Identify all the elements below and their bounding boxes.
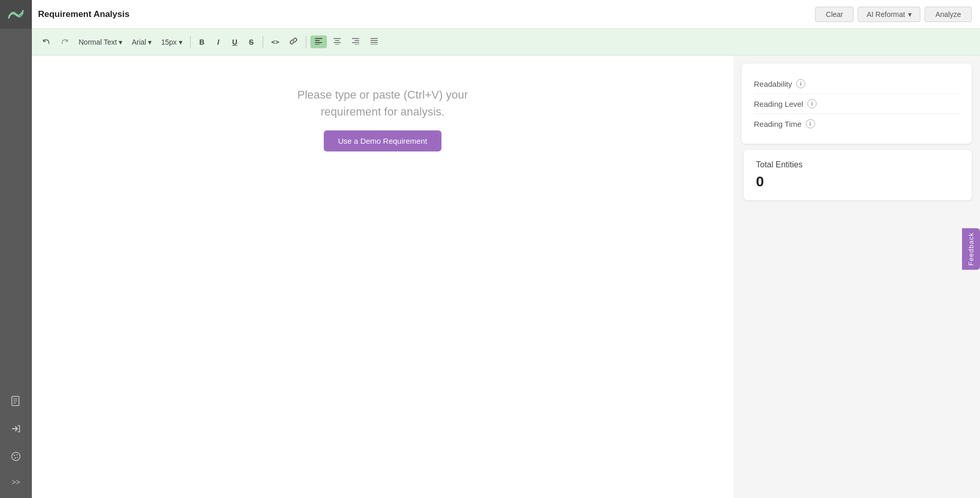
entities-count: 0 bbox=[756, 174, 959, 190]
entities-title: Total Entities bbox=[756, 160, 959, 169]
svg-point-6 bbox=[16, 454, 17, 455]
editor-area[interactable]: Please type or paste (Ctrl+V) your requi… bbox=[32, 55, 733, 498]
undo-icon bbox=[42, 38, 50, 46]
cookie-icon bbox=[10, 451, 22, 462]
readability-panel: Readability i Reading Level i Reading Ti… bbox=[742, 64, 972, 144]
reading-time-row: Reading Time i bbox=[754, 114, 959, 133]
divider-1 bbox=[190, 36, 191, 48]
feedback-button-container: Feedback bbox=[962, 228, 980, 270]
feedback-button[interactable]: Feedback bbox=[962, 228, 980, 270]
undo-button[interactable] bbox=[38, 36, 54, 48]
underline-button[interactable]: U bbox=[228, 36, 242, 48]
align-left-icon bbox=[315, 37, 323, 45]
sidebar: >> bbox=[0, 29, 32, 498]
expand-icon: >> bbox=[12, 478, 20, 486]
divider-3 bbox=[306, 36, 306, 48]
header-left: Requirement Analysis bbox=[0, 0, 130, 29]
link-button[interactable] bbox=[285, 35, 302, 49]
sidebar-item-export[interactable] bbox=[0, 415, 32, 443]
reading-level-label: Reading Level bbox=[754, 100, 803, 108]
align-center-button[interactable] bbox=[329, 35, 345, 48]
reading-level-info-icon[interactable]: i bbox=[807, 99, 817, 108]
readability-row: Readability i bbox=[754, 74, 959, 94]
align-justify-button[interactable] bbox=[366, 35, 382, 48]
readability-info-icon[interactable]: i bbox=[796, 79, 805, 88]
italic-button[interactable]: I bbox=[211, 36, 226, 48]
redo-button[interactable] bbox=[57, 36, 73, 48]
editor-panels: Please type or paste (Ctrl+V) your requi… bbox=[32, 55, 980, 498]
ai-reformat-arrow: ▾ bbox=[908, 10, 912, 18]
align-left-button[interactable] bbox=[310, 35, 327, 48]
right-panels: Readability i Reading Level i Reading Ti… bbox=[733, 55, 980, 498]
placeholder-line1: Please type or paste (Ctrl+V) your bbox=[298, 88, 468, 101]
text-style-select[interactable]: Normal Text ▾ bbox=[75, 35, 126, 49]
toolbar: Normal Text ▾ Arial ▾ 15px ▾ B I U S <> bbox=[32, 29, 980, 55]
sidebar-item-document[interactable] bbox=[0, 387, 32, 415]
sidebar-item-settings[interactable] bbox=[0, 443, 32, 470]
top-header: Requirement Analysis Clear AI Reformat ▾… bbox=[0, 0, 980, 29]
align-justify-icon bbox=[370, 37, 378, 45]
svg-point-5 bbox=[14, 455, 15, 456]
reading-time-label: Reading Time bbox=[754, 120, 802, 128]
font-size-label: 15px bbox=[161, 38, 176, 46]
font-family-select[interactable]: Arial ▾ bbox=[128, 35, 155, 49]
svg-point-8 bbox=[17, 457, 18, 458]
export-icon bbox=[10, 423, 22, 434]
readability-label: Readability bbox=[754, 80, 792, 88]
svg-point-4 bbox=[12, 452, 20, 461]
strikethrough-button[interactable]: S bbox=[244, 36, 258, 48]
font-family-arrow: ▾ bbox=[148, 38, 152, 46]
demo-requirement-button[interactable]: Use a Demo Requirement bbox=[324, 130, 441, 151]
logo-area bbox=[0, 0, 32, 29]
content-area: Normal Text ▾ Arial ▾ 15px ▾ B I U S <> bbox=[32, 29, 980, 498]
divider-2 bbox=[263, 36, 263, 48]
reading-level-row: Reading Level i bbox=[754, 94, 959, 114]
text-style-label: Normal Text bbox=[79, 38, 117, 46]
sidebar-expand-button[interactable]: >> bbox=[0, 470, 32, 494]
ai-reformat-button[interactable]: AI Reformat ▾ bbox=[858, 7, 920, 22]
header-actions: Clear AI Reformat ▾ Analyze bbox=[815, 7, 972, 22]
total-entities-panel: Total Entities 0 bbox=[744, 150, 972, 200]
bold-button[interactable]: B bbox=[195, 36, 209, 48]
editor-placeholder-container: Please type or paste (Ctrl+V) your requi… bbox=[298, 86, 468, 151]
align-center-icon bbox=[333, 37, 341, 45]
link-icon bbox=[289, 37, 298, 45]
redo-icon bbox=[61, 38, 69, 46]
analyze-button[interactable]: Analyze bbox=[924, 7, 972, 22]
placeholder-line2: requirement for analysis. bbox=[321, 105, 445, 118]
main-layout: >> Normal Text ▾ Arial ▾ 15px ▾ bbox=[0, 29, 980, 498]
demo-button-container: Use a Demo Requirement bbox=[298, 120, 468, 151]
reading-time-info-icon[interactable]: i bbox=[806, 119, 815, 128]
clear-button[interactable]: Clear bbox=[815, 7, 854, 22]
svg-point-7 bbox=[15, 457, 16, 458]
font-family-label: Arial bbox=[132, 38, 146, 46]
page-title: Requirement Analysis bbox=[38, 9, 130, 20]
font-size-select[interactable]: 15px ▾ bbox=[157, 35, 186, 49]
text-style-arrow: ▾ bbox=[119, 38, 122, 46]
align-right-button[interactable] bbox=[347, 35, 364, 48]
font-size-arrow: ▾ bbox=[179, 38, 182, 46]
document-icon bbox=[10, 395, 22, 407]
code-button[interactable]: <> bbox=[267, 36, 284, 48]
editor-placeholder: Please type or paste (Ctrl+V) your requi… bbox=[298, 86, 468, 120]
logo-icon bbox=[8, 9, 24, 20]
align-right-icon bbox=[352, 37, 360, 45]
